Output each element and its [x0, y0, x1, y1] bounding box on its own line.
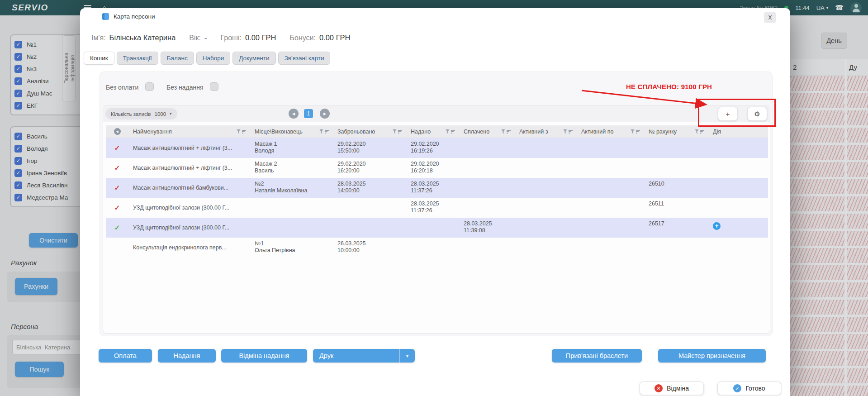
done-button[interactable]: Готово — [717, 382, 781, 395]
status-check-icon — [114, 224, 120, 232]
records-count-select[interactable]: Кількість записів 1000 ▾ — [105, 108, 177, 119]
filter-icon[interactable] — [563, 129, 567, 134]
collapse-column-icon[interactable]: ◀ — [114, 128, 121, 135]
table-row[interactable]: Масаж антицелюлітний + ліфтинг (3... Мас… — [106, 138, 768, 158]
table-row[interactable]: Консультація ендокринолога перв... №1Оль… — [106, 238, 768, 258]
cell-provided: 29.02.202016:20:18 — [406, 158, 459, 178]
filter-icon[interactable] — [631, 129, 635, 134]
cell-booked: 29.02.202015:50:00 — [333, 138, 406, 158]
cell-action — [708, 198, 768, 218]
basket-panel: Без оплати Без надання НЕ СПЛАЧЕНО: 9100… — [100, 72, 773, 336]
cell-account: 26510 — [644, 178, 708, 198]
pay-button[interactable]: Оплата — [99, 349, 152, 363]
filter-icon[interactable] — [446, 129, 450, 134]
table-header: ◀ Найменування Місце\Виконавець Заброньо… — [106, 125, 768, 138]
column-header-provided: Надано — [406, 125, 459, 138]
cell-place-executor: №1Ольга Петрівна — [250, 238, 333, 258]
cell-active-to — [577, 198, 644, 218]
filter-without-payment-checkbox[interactable] — [145, 82, 154, 91]
current-page-badge[interactable]: 1 — [304, 109, 313, 118]
card-icon — [102, 13, 109, 20]
bonuses-label: Бонуси: — [290, 34, 316, 42]
cell-provided: 29.02.202016:19:26 — [406, 138, 459, 158]
grid-toolbar: Кількість записів 1000 ▾ ◀ 1 ▶ + ⚙ — [103, 105, 770, 122]
table-row[interactable]: Масаж антицелюлітний бамбукови... №2Ната… — [106, 178, 768, 198]
print-dropdown-button[interactable]: Друк ▾ — [313, 349, 415, 363]
close-button[interactable]: X — [764, 12, 776, 23]
column-header-active-to: Активний по — [577, 125, 644, 138]
column-header-name: Найменування — [128, 125, 250, 138]
cell-account — [644, 138, 708, 158]
cell-paid — [459, 158, 515, 178]
cancel-button[interactable]: Відміна — [640, 382, 704, 395]
add-icon[interactable] — [713, 222, 721, 230]
tab-linked-cards[interactable]: Зв'язані карти — [278, 52, 331, 65]
grid-settings-button[interactable]: ⚙ — [747, 107, 767, 121]
filter-icon[interactable] — [319, 129, 323, 134]
cell-booked: 26.03.202510:00:00 — [333, 238, 406, 258]
cancel-label: Відміна — [667, 385, 689, 392]
sort-icon[interactable] — [569, 129, 573, 134]
chevron-down-icon[interactable]: ▾ — [399, 349, 415, 363]
cell-account — [644, 158, 708, 178]
provide-button[interactable]: Надання — [158, 349, 216, 363]
cell-name: УЗД щитоподібної залози (300.00 Г... — [128, 218, 250, 238]
sort-icon[interactable] — [507, 129, 511, 134]
table-row[interactable]: УЗД щитоподібної залози (300.00 Г... 28.… — [106, 198, 768, 218]
cell-action — [708, 158, 768, 178]
cell-place-executor: Масаж 1Володя — [250, 138, 333, 158]
cell-provided: 28.03.202511:37:26 — [406, 178, 459, 198]
cell-active-from — [515, 238, 577, 258]
cell-place-executor — [250, 198, 333, 218]
status-check-icon — [114, 184, 120, 192]
filter-icon[interactable] — [237, 129, 241, 134]
money-label: Гроші: — [221, 34, 242, 42]
cell-booked — [333, 218, 406, 238]
sort-icon[interactable] — [398, 129, 403, 134]
status-check-icon — [114, 164, 120, 172]
cell-action — [708, 218, 768, 238]
linked-bracelets-button[interactable]: Прив'язані браслети — [552, 349, 642, 363]
table-row[interactable]: УЗД щитоподібної залози (300.00 Г... 28.… — [106, 218, 768, 238]
modal-title: Карта персони — [114, 13, 155, 20]
cancel-provision-button[interactable]: Відміна надання — [221, 349, 307, 363]
cell-name: Масаж антицелюлітний бамбукови... — [128, 178, 250, 198]
tab-transactions[interactable]: Транзакції — [117, 52, 158, 65]
tab-sets[interactable]: Набори — [196, 52, 231, 65]
tab-balance[interactable]: Баланс — [161, 52, 194, 65]
cell-paid — [459, 198, 515, 218]
table-row[interactable]: Масаж антицелюлітний + ліфтинг (3... Мас… — [106, 158, 768, 178]
sort-icon[interactable] — [451, 129, 455, 134]
column-header-action: Дія — [708, 125, 768, 138]
filter-icon[interactable] — [695, 129, 699, 134]
sort-icon[interactable] — [636, 129, 640, 134]
filter-icon[interactable] — [393, 129, 397, 134]
tab-documents[interactable]: Документи — [232, 52, 275, 65]
sort-icon[interactable] — [325, 129, 329, 134]
sort-icon[interactable] — [242, 129, 247, 134]
person-money: 0.00 ГРН — [245, 33, 276, 42]
print-label: Друк — [319, 352, 399, 359]
person-info-row: Ім'я:Білінська Катерина Вік:- Гроші:0.00… — [91, 33, 351, 42]
next-page-button[interactable]: ▶ — [320, 109, 330, 119]
add-service-button[interactable]: + — [718, 107, 738, 121]
sort-icon[interactable] — [700, 129, 705, 134]
cell-name: Консультація ендокринолога перв... — [128, 238, 250, 258]
unpaid-annotation: НЕ СПЛАЧЕНО: 9100 ГРН — [626, 83, 712, 91]
filter-without-payment-label: Без оплати — [106, 84, 138, 91]
records-count-label: Кількість записів — [111, 111, 151, 117]
cell-name: УЗД щитоподібної залози (300.00 Г... — [128, 198, 250, 218]
cell-booked — [333, 198, 406, 218]
assignment-wizard-button[interactable]: Майстер призначення — [658, 349, 766, 363]
cell-provided — [406, 238, 459, 258]
cell-booked: 29.02.202016:20:00 — [333, 158, 406, 178]
cell-account: 26517 — [644, 218, 708, 238]
filter-icon[interactable] — [501, 129, 505, 134]
person-card-modal: Карта персони X Ім'я:Білінська Катерина … — [80, 8, 790, 396]
filter-without-provision-checkbox[interactable] — [210, 82, 218, 91]
prev-page-button[interactable]: ◀ — [289, 109, 299, 119]
cell-active-from — [515, 178, 577, 198]
tab-basket[interactable]: Кошик — [84, 52, 114, 65]
cell-account: 26511 — [644, 198, 708, 218]
table-body: Масаж антицелюлітний + ліфтинг (3... Мас… — [106, 138, 768, 258]
